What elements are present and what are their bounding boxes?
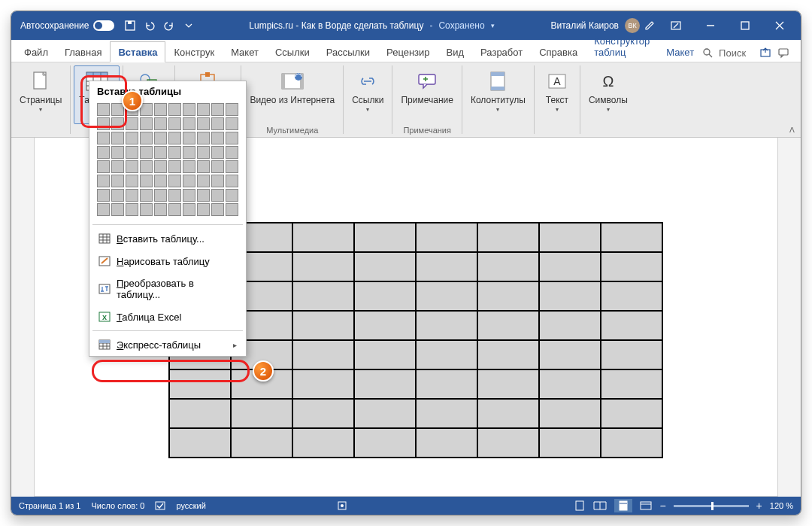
grid-cell[interactable]: [211, 189, 224, 202]
tab-layout[interactable]: Макет: [223, 41, 267, 62]
grid-cell[interactable]: [97, 146, 110, 159]
grid-cell[interactable]: [154, 146, 167, 159]
menu-convert-table[interactable]: Преобразовать в таблицу...: [89, 272, 246, 306]
table-cell[interactable]: [231, 428, 292, 458]
table-cell[interactable]: [477, 252, 539, 281]
table-cell[interactable]: [416, 252, 477, 281]
grid-cell[interactable]: [97, 203, 110, 216]
table-cell[interactable]: [354, 428, 416, 458]
grid-cell[interactable]: [226, 103, 238, 116]
grid-cell[interactable]: [140, 203, 153, 216]
grid-cell[interactable]: [168, 132, 181, 144]
tab-developer[interactable]: Разработ: [472, 41, 531, 62]
grid-cell[interactable]: [97, 132, 110, 144]
comment-button[interactable]: Примечание: [395, 65, 458, 124]
grid-cell[interactable]: [126, 160, 138, 173]
grid-cell[interactable]: [211, 203, 224, 216]
qat-dropdown-icon[interactable]: [180, 17, 197, 34]
grid-cell[interactable]: [111, 117, 124, 130]
grid-cell[interactable]: [197, 203, 210, 216]
status-words[interactable]: Число слов: 0: [91, 501, 144, 510]
grid-cell[interactable]: [126, 146, 138, 159]
grid-cell[interactable]: [168, 103, 181, 116]
grid-cell[interactable]: [197, 160, 210, 173]
save-icon[interactable]: [122, 17, 138, 34]
table-cell[interactable]: [416, 428, 477, 458]
table-cell[interactable]: [292, 311, 354, 340]
grid-cell[interactable]: [111, 132, 124, 144]
grid-cell[interactable]: [183, 160, 195, 173]
grid-cell[interactable]: [183, 132, 195, 144]
table-cell[interactable]: [416, 340, 477, 369]
status-page[interactable]: Страница 1 из 1: [19, 501, 80, 510]
grid-cell[interactable]: [226, 132, 238, 144]
grid-cell[interactable]: [168, 146, 181, 159]
grid-cell[interactable]: [154, 132, 167, 144]
grid-cell[interactable]: [154, 175, 167, 187]
grid-cell[interactable]: [111, 146, 124, 159]
grid-cell[interactable]: [126, 117, 138, 130]
table-cell[interactable]: [477, 428, 539, 458]
table-cell[interactable]: [354, 369, 416, 399]
table-cell[interactable]: [231, 399, 292, 428]
grid-cell[interactable]: [226, 175, 238, 187]
table-cell[interactable]: [354, 223, 416, 252]
grid-cell[interactable]: [226, 160, 238, 173]
tab-view[interactable]: Вид: [438, 41, 473, 62]
spellcheck-icon[interactable]: [155, 500, 165, 511]
grid-cell[interactable]: [197, 103, 210, 116]
minimize-button[interactable]: [694, 11, 727, 40]
grid-cell[interactable]: [97, 117, 110, 130]
macro-icon[interactable]: [337, 500, 347, 511]
table-cell[interactable]: [292, 252, 354, 281]
print-layout-icon[interactable]: [614, 499, 632, 512]
grid-cell[interactable]: [211, 103, 224, 116]
redo-icon[interactable]: [161, 17, 177, 34]
grid-cell[interactable]: [226, 189, 238, 202]
zoom-in-button[interactable]: +: [756, 500, 762, 512]
links-button[interactable]: Ссылки▾: [347, 65, 389, 124]
zoom-out-button[interactable]: −: [659, 500, 665, 512]
menu-excel-table[interactable]: X Таблица Excel: [89, 306, 246, 328]
user-name[interactable]: Виталий Каиров: [546, 20, 623, 31]
grid-cell[interactable]: [197, 132, 210, 144]
search-label[interactable]: Поиск: [719, 47, 746, 59]
table-cell[interactable]: [601, 252, 662, 281]
table-cell[interactable]: [354, 340, 416, 369]
grid-cell[interactable]: [226, 117, 238, 130]
zoom-slider[interactable]: [674, 505, 749, 507]
grid-cell[interactable]: [97, 189, 110, 202]
table-cell[interactable]: [601, 223, 662, 252]
collapse-ribbon-icon[interactable]: ᐱ: [789, 126, 795, 134]
table-cell[interactable]: [416, 311, 477, 340]
table-cell[interactable]: [416, 369, 477, 399]
table-cell[interactable]: [169, 399, 231, 428]
grid-cell[interactable]: [211, 160, 224, 173]
grid-cell[interactable]: [97, 160, 110, 173]
table-cell[interactable]: [292, 369, 354, 399]
table-cell[interactable]: [354, 311, 416, 340]
grid-cell[interactable]: [168, 203, 181, 216]
table-cell[interactable]: [601, 428, 662, 458]
maximize-button[interactable]: [729, 11, 762, 40]
grid-cell[interactable]: [111, 203, 124, 216]
table-cell[interactable]: [292, 223, 354, 252]
grid-cell[interactable]: [197, 189, 210, 202]
symbols-button[interactable]: ΩСимволы▾: [583, 65, 633, 124]
table-cell[interactable]: [539, 281, 601, 311]
table-cell[interactable]: [539, 340, 601, 369]
menu-quick-tables[interactable]: Экспресс-таблицы ▸: [89, 333, 246, 356]
read-mode-icon[interactable]: [593, 500, 607, 511]
table-cell[interactable]: [601, 399, 662, 428]
share-icon[interactable]: [759, 47, 771, 59]
grid-cell[interactable]: [183, 117, 195, 130]
grid-cell[interactable]: [197, 117, 210, 130]
grid-cell[interactable]: [154, 103, 167, 116]
table-cell[interactable]: [354, 399, 416, 428]
table-cell[interactable]: [539, 311, 601, 340]
table-cell[interactable]: [477, 399, 539, 428]
online-video-button[interactable]: Видео из Интернета: [244, 65, 340, 124]
toggle-switch[interactable]: [93, 20, 114, 31]
close-button[interactable]: [763, 11, 796, 40]
grid-cell[interactable]: [154, 203, 167, 216]
